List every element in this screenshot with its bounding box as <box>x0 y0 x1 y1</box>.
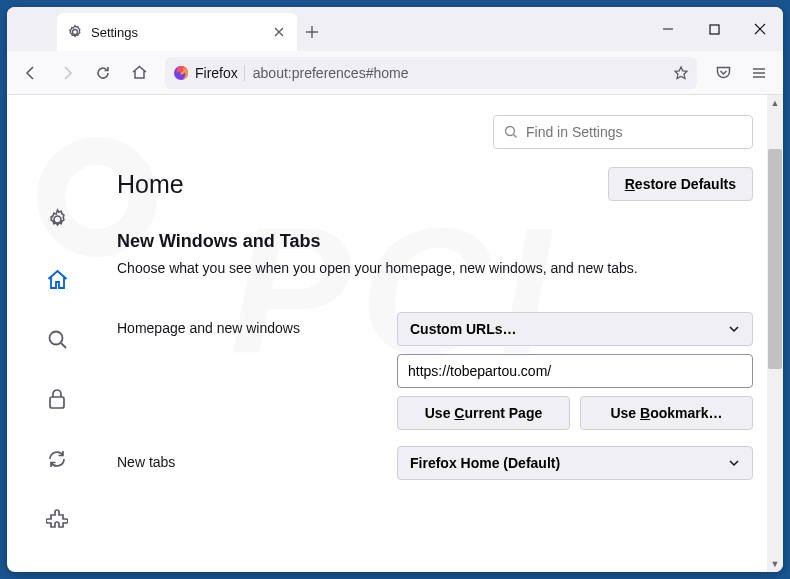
chevron-down-icon <box>728 457 740 469</box>
newtabs-dropdown[interactable]: Firefox Home (Default) <box>397 446 753 480</box>
page-title: Home <box>117 170 184 199</box>
menu-icon[interactable] <box>743 57 775 89</box>
url-path: about:preferences#home <box>253 65 673 81</box>
svg-rect-3 <box>50 397 64 408</box>
close-icon[interactable] <box>271 24 287 40</box>
homepage-dropdown[interactable]: Custom URLs… <box>397 312 753 346</box>
homepage-label: Homepage and new windows <box>117 312 377 336</box>
sidebar-search-icon[interactable] <box>43 325 71 353</box>
pocket-icon[interactable] <box>707 57 739 89</box>
svg-point-4 <box>506 127 515 136</box>
forward-button[interactable] <box>51 57 83 89</box>
main-content: Home Restore Defaults New Windows and Ta… <box>107 95 783 572</box>
restore-defaults-button[interactable]: Restore Defaults <box>608 167 753 201</box>
url-prefix: Firefox <box>195 65 238 81</box>
settings-search-input[interactable] <box>526 124 742 140</box>
scroll-down-icon[interactable]: ▼ <box>767 556 783 572</box>
tab-title: Settings <box>91 25 271 40</box>
section-title: New Windows and Tabs <box>117 231 753 252</box>
sidebar-privacy-icon[interactable] <box>43 385 71 413</box>
toolbar: Firefox about:preferences#home <box>7 51 783 95</box>
use-current-page-button[interactable]: Use Current Page <box>397 396 570 430</box>
sidebar-sync-icon[interactable] <box>43 445 71 473</box>
sidebar <box>7 95 107 572</box>
scrollbar[interactable]: ▲ ▼ <box>767 95 783 572</box>
svg-point-2 <box>49 331 62 344</box>
reload-button[interactable] <box>87 57 119 89</box>
maximize-button[interactable] <box>691 7 737 51</box>
home-button[interactable] <box>123 57 155 89</box>
section-subtitle: Choose what you see when you open your h… <box>117 260 753 276</box>
chevron-down-icon <box>728 323 740 335</box>
bookmark-icon[interactable] <box>673 65 689 81</box>
settings-search[interactable] <box>493 115 753 149</box>
sidebar-general-icon[interactable] <box>43 205 71 233</box>
svg-rect-0 <box>710 25 719 34</box>
back-button[interactable] <box>15 57 47 89</box>
scroll-up-icon[interactable]: ▲ <box>767 95 783 111</box>
homepage-url-input[interactable] <box>397 354 753 388</box>
url-bar[interactable]: Firefox about:preferences#home <box>165 57 697 89</box>
sidebar-extensions-icon[interactable] <box>43 505 71 533</box>
new-tab-button[interactable] <box>297 13 327 51</box>
sidebar-home-icon[interactable] <box>43 265 71 293</box>
use-bookmark-button[interactable]: Use Bookmark… <box>580 396 753 430</box>
close-window-button[interactable] <box>737 7 783 51</box>
firefox-icon <box>173 65 189 81</box>
titlebar: Settings <box>7 7 783 51</box>
minimize-button[interactable] <box>645 7 691 51</box>
gear-icon <box>67 24 83 40</box>
browser-tab[interactable]: Settings <box>57 13 297 51</box>
newtabs-label: New tabs <box>117 446 377 470</box>
scroll-thumb[interactable] <box>768 149 782 369</box>
